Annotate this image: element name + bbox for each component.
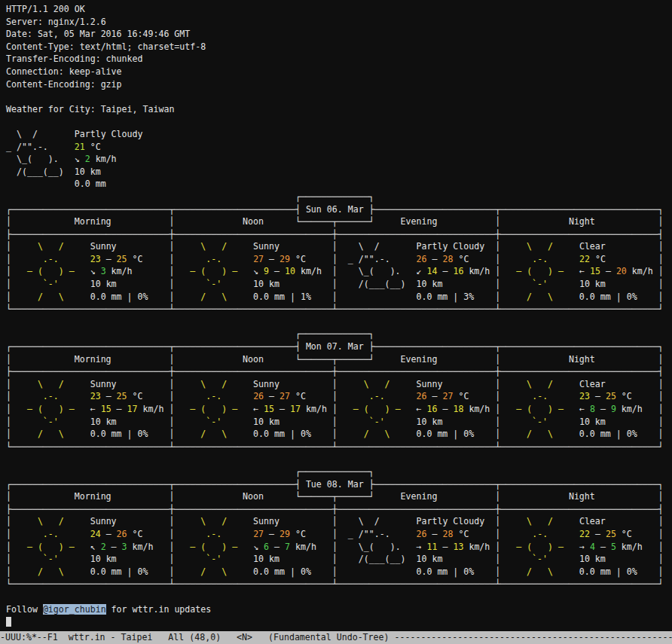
sunny-icon: / \ xyxy=(174,429,253,439)
sunny-icon: .-. xyxy=(11,391,90,401)
sunny-icon: – ( ) – xyxy=(11,542,90,552)
sunny-icon: \ / xyxy=(174,379,253,389)
sunny-icon: .-. xyxy=(174,254,253,264)
http-header-line: Date: Sat, 05 Mar 2016 16:49:46 GMT xyxy=(6,28,672,41)
partly-cloudy-icon: /(___(__) xyxy=(338,554,417,564)
city-line: Weather for City: Taipei, Taiwan xyxy=(6,103,672,116)
sunny-icon: `-' xyxy=(11,279,90,289)
sunny-icon: `-' xyxy=(174,554,253,564)
forecast-row: │ \ / Sunny │ \ / Sunny │ \ / Partly Clo… xyxy=(6,240,672,253)
day-title: Mon 07. Mar xyxy=(306,341,364,352)
sunny-icon: – ( ) – xyxy=(11,266,90,276)
clear-icon: / \ xyxy=(500,566,579,577)
sunny-icon: – ( ) – xyxy=(338,404,417,414)
forecast-row: │ / \ 0.0 mm | 0% │ / \ 0.0 mm | 1% │ 0.… xyxy=(6,291,672,304)
follow-line: Follow @igor_chubin for wttr.in updates xyxy=(6,603,672,616)
day-title: Sun 06. Mar xyxy=(306,204,364,215)
sunny-icon: / \ xyxy=(174,291,253,302)
follow-footer: Follow @igor_chubin for wttr.in updates xyxy=(6,603,672,616)
blank-line xyxy=(6,453,672,465)
clear-icon: \ / xyxy=(500,379,579,389)
http-header-line: Server: nginx/1.2.6 xyxy=(6,16,672,29)
sunny-icon: / \ xyxy=(11,429,90,439)
forecast-row: │ .-. 24 – 26 °C │ .-. 27 – 29 °C │ _ /"… xyxy=(6,528,672,541)
partly-cloudy-icon: /(___(__) xyxy=(6,166,75,177)
partly-cloudy-icon: \_( ). xyxy=(338,542,417,552)
sunny-icon: `-' xyxy=(11,417,90,427)
day-title-box-top: ┌─────────────┐ xyxy=(6,465,672,478)
day-title-row: ┌──────────────────────────────┬────────… xyxy=(6,478,672,491)
clear-icon: – ( ) – xyxy=(500,404,579,414)
forecast-row: │ / \ 0.0 mm | 0% │ / \ 0.0 mm | 0% │ 0.… xyxy=(6,566,672,578)
partly-cloudy-icon: \ / xyxy=(338,516,417,526)
sunny-icon: / \ xyxy=(174,566,253,577)
sunny-icon: – ( ) – xyxy=(174,542,253,552)
text-cursor xyxy=(6,617,11,627)
sunny-icon: – ( ) – xyxy=(174,266,253,276)
sunny-icon: / \ xyxy=(11,566,90,577)
day-title-row: ┌──────────────────────────────┬────────… xyxy=(6,340,672,353)
sunny-icon: \ / xyxy=(11,516,90,526)
current-conditions: \ / Partly Cloudy_ /"".-. 21 °C \_( ). ↘… xyxy=(6,128,672,191)
clear-icon: `-' xyxy=(500,554,579,564)
partly-cloudy-icon: _ /"".-. xyxy=(338,529,417,539)
day-title-box-top: ┌─────────────┐ xyxy=(6,191,672,203)
day-bottom-border: └──────────────────────────────┴────────… xyxy=(6,303,672,316)
period-header-row: │ Morning │ Noon └──────┬──────┘ Evening… xyxy=(6,215,672,228)
http-header-line: Content-Encoding: gzip xyxy=(6,78,672,91)
clear-icon: \ / xyxy=(500,241,579,252)
http-header-line: Transfer-Encoding: chunked xyxy=(6,53,672,66)
forecast-row: │ \ / Sunny │ \ / Sunny │ \ / Partly Clo… xyxy=(6,515,672,528)
emacs-modeline: -UUU:%*--F1 wttr.in - Taipei All (48,0) … xyxy=(0,631,672,644)
clear-icon: .-. xyxy=(500,529,579,539)
sunny-icon: .-. xyxy=(11,529,90,539)
sunny-icon: \ / xyxy=(174,516,253,526)
clear-icon: – ( ) – xyxy=(500,542,579,552)
clear-icon: .-. xyxy=(500,254,579,264)
header-separator: ├──────────────────────────────┼────────… xyxy=(6,503,672,516)
sunny-icon: \ / xyxy=(11,241,90,252)
http-response-headers: HTTP/1.1 200 OKServer: nginx/1.2.6Date: … xyxy=(6,3,672,90)
current-detail-line: \_( ). ↘ 2 km/h xyxy=(6,153,672,166)
day-bottom-border: └──────────────────────────────┴────────… xyxy=(6,441,672,453)
clear-icon: \ / xyxy=(500,516,579,526)
current-detail-line: /(___(__) 10 km xyxy=(6,166,672,179)
forecast-row: │ `-' 10 km │ `-' 10 km │ /(___(__) 10 k… xyxy=(6,553,672,566)
terminal-window: HTTP/1.1 200 OKServer: nginx/1.2.6Date: … xyxy=(0,0,672,644)
sunny-icon: .-. xyxy=(174,391,253,401)
partly-cloudy-icon: \_( ). xyxy=(6,154,75,164)
http-header-line: HTTP/1.1 200 OK xyxy=(6,3,672,16)
clear-icon: / \ xyxy=(500,429,579,439)
partly-cloudy-icon: /(___(__) xyxy=(338,279,417,289)
forecast-row: │ / \ 0.0 mm | 0% │ / \ 0.0 mm | 0% │ / … xyxy=(6,428,672,441)
sunny-icon: \ / xyxy=(338,379,417,389)
blank-line xyxy=(6,316,672,328)
day-bottom-border: └──────────────────────────────┴────────… xyxy=(6,578,672,591)
sunny-icon: .-. xyxy=(338,391,417,401)
cursor-line xyxy=(6,615,672,628)
clear-icon: `-' xyxy=(500,417,579,427)
sunny-icon: `-' xyxy=(174,417,253,427)
forecast-row: │ .-. 23 – 25 °C │ .-. 26 – 27 °C │ .-. … xyxy=(6,390,672,403)
period-header-row: │ Morning │ Noon └──────┬──────┘ Evening… xyxy=(6,353,672,366)
current-condition-line: \ / Partly Cloudy xyxy=(6,128,672,141)
forecast-day-2: ┌─────────────┐┌────────────────────────… xyxy=(6,465,672,591)
day-title-row: ┌──────────────────────────────┬────────… xyxy=(6,203,672,216)
forecast-row: │ \ / Sunny │ \ / Sunny │ \ / Sunny │ \ … xyxy=(6,378,672,391)
sunny-icon: \ / xyxy=(11,379,90,389)
clear-icon: .-. xyxy=(500,391,579,401)
forecast-row: │ – ( ) – ↘ 3 km/h │ – ( ) – ↘ 9 – 10 km… xyxy=(6,265,672,278)
current-detail-line: 0.0 mm xyxy=(6,178,672,191)
partly-cloudy-icon xyxy=(338,566,417,577)
sunny-icon: – ( ) – xyxy=(11,404,90,414)
sunny-icon: .-. xyxy=(174,529,253,539)
partly-cloudy-icon xyxy=(6,179,75,189)
period-header-row: │ Morning │ Noon └──────┬──────┘ Evening… xyxy=(6,490,672,503)
blank-line xyxy=(6,90,672,103)
twitter-handle-link[interactable]: @igor_chubin xyxy=(43,604,106,615)
partly-cloudy-icon xyxy=(338,291,417,302)
day-title-box-top: ┌─────────────┐ xyxy=(6,328,672,340)
http-header-line: Content-Type: text/html; charset=utf-8 xyxy=(6,41,672,53)
current-detail-line: _ /"".-. 21 °C xyxy=(6,141,672,154)
partly-cloudy-icon: \_( ). xyxy=(338,266,417,276)
